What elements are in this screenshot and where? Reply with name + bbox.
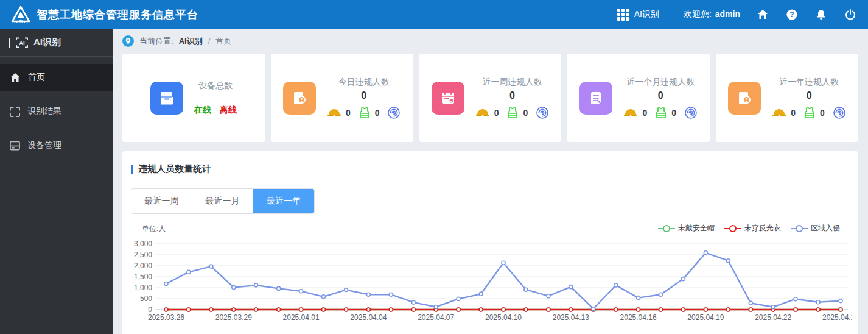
help-button[interactable]: ? [785,8,799,21]
card-value: 0 [361,91,366,100]
svg-text:2025.04.25: 2025.04.25 [822,313,852,322]
reflective-vest-icon [359,107,371,119]
svg-text:?: ? [789,10,794,19]
breadcrumb-prefix: 当前位置: [139,36,173,47]
violation-stats-panel: 违规人员数量统计 最近一周 最近一月 最近一年 未戴安全帽 未穿反光衣 [122,151,858,334]
safety-helmet-icon [772,107,786,118]
device-box-icon [150,82,183,115]
brand-logo-icon [9,4,33,25]
report-icon [283,82,316,115]
main-content: 当前位置: AI识别 / 首页 设备总数 在线 离线 [113,29,868,334]
tab-last-year[interactable]: 最近一年 [253,189,314,213]
svg-text:2,500: 2,500 [134,250,152,259]
welcome-text: 欢迎您:admin [684,9,740,20]
sidebar-header-bar [9,38,10,48]
reflective-vest-icon [655,107,667,119]
title-accent-bar [131,165,133,174]
area-intrusion-spiral-icon [684,106,698,119]
legend-item-helmet[interactable]: 未戴安全帽 [658,223,715,233]
sidebar-item-label: 设备管理 [27,140,61,151]
calendar-icon [432,82,464,115]
svg-text:2025.03.29: 2025.03.29 [215,313,252,322]
breadcrumb-separator: / [208,37,211,46]
area-intrusion-spiral-icon [387,106,401,119]
helmet-count: 0 [642,108,647,118]
card-title: 近一年违规人数 [779,77,839,88]
helmet-count: 0 [791,108,796,118]
top-header: 智慧工地综合管理服务信息平台 AI识别 欢迎您:admin ? [0,0,868,29]
legend-marker-icon [724,224,741,233]
sidebar: AI AI识别 首页 识别结果 设备管理 [0,29,113,334]
card-violations-week: 近一周违规人数 0 0 0 [419,54,562,142]
svg-text:2025.04.10: 2025.04.10 [485,313,522,322]
breadcrumb: 当前位置: AI识别 / 首页 [122,29,858,54]
safety-helmet-icon [475,107,490,118]
chart-legend: 未戴安全帽 未穿反光衣 区域入侵 [658,223,840,233]
safety-helmet-icon [327,107,341,118]
breadcrumb-page[interactable]: 首页 [215,36,231,47]
notifications-bell-button[interactable] [814,8,828,21]
reflective-vest-icon [803,107,816,119]
scan-frame-icon [10,107,20,117]
card-violations-month: 近一个月违规人数 0 0 0 [567,54,710,142]
sidebar-item-device-management[interactable]: 设备管理 [0,132,113,159]
vest-count: 0 [820,108,825,118]
card-title: 今日违规人数 [338,77,390,88]
vest-count: 0 [671,108,676,118]
panel-title: 违规人员数量统计 [131,163,850,175]
svg-text:2025.04.19: 2025.04.19 [687,313,724,322]
logout-power-button[interactable] [844,8,857,21]
card-violations-today: 今日违规人数 0 0 0 [271,54,413,142]
time-range-tabs: 最近一周 最近一月 最近一年 [131,188,315,214]
card-title: 近一周违规人数 [482,77,542,88]
device-icon [10,141,20,151]
sidebar-item-label: 首页 [28,72,45,83]
card-title: 设备总数 [198,80,233,91]
sidebar-module-header: AI AI识别 [0,29,113,57]
svg-text:2,000: 2,000 [134,261,152,270]
card-value: 0 [807,91,812,100]
svg-text:3,000: 3,000 [134,240,152,248]
helmet-count: 0 [494,108,499,118]
offline-label: 离线 [220,105,237,116]
document-icon [579,82,612,115]
app-switcher-label: AI识别 [634,9,659,20]
line-chart[interactable]: 05001,0001,5002,0002,5003,0002025.03.262… [131,235,861,334]
svg-text:1,500: 1,500 [134,272,152,281]
svg-text:2025.04.04: 2025.04.04 [350,313,387,322]
report-icon [728,82,761,115]
svg-text:2025.04.16: 2025.04.16 [620,313,657,322]
breadcrumb-section[interactable]: AI识别 [179,36,203,47]
svg-text:2025.04.07: 2025.04.07 [418,313,454,322]
legend-item-vest[interactable]: 未穿反光衣 [724,223,781,233]
sidebar-item-label: 识别结果 [27,106,61,117]
card-violations-year: 近一年违规人数 0 0 0 [716,54,858,142]
username: admin [715,9,740,19]
legend-marker-icon [658,224,675,233]
svg-text:2025.03.26: 2025.03.26 [148,313,184,322]
safety-helmet-icon [623,107,638,118]
card-value: 0 [509,91,515,100]
svg-text:2025.04.01: 2025.04.01 [283,313,320,322]
area-intrusion-spiral-icon [833,106,846,119]
sidebar-item-recognition-results[interactable]: 识别结果 [0,98,113,125]
svg-text:AI: AI [19,40,25,46]
stat-cards-row: 设备总数 在线 离线 今日违规人数 0 [122,54,858,142]
card-device-total: 设备总数 在线 离线 [122,54,265,142]
card-value: 0 [658,91,663,100]
home-button[interactable] [756,8,769,21]
tab-last-month[interactable]: 最近一月 [192,189,253,213]
legend-item-intrusion[interactable]: 区域入侵 [791,223,840,233]
ai-recognition-icon: AI [16,37,28,48]
sidebar-title: AI识别 [33,37,61,48]
app-switcher[interactable]: AI识别 [617,9,659,21]
tab-last-week[interactable]: 最近一周 [131,189,192,213]
apps-grid-icon [617,9,629,21]
legend-marker-icon [791,224,808,233]
vest-count: 0 [375,108,380,118]
online-label: 在线 [194,105,211,116]
sidebar-item-home[interactable]: 首页 [0,64,113,91]
svg-text:2025.04.22: 2025.04.22 [755,313,791,322]
svg-text:2025.04.13: 2025.04.13 [553,313,589,322]
card-title: 近一个月违规人数 [626,77,695,88]
